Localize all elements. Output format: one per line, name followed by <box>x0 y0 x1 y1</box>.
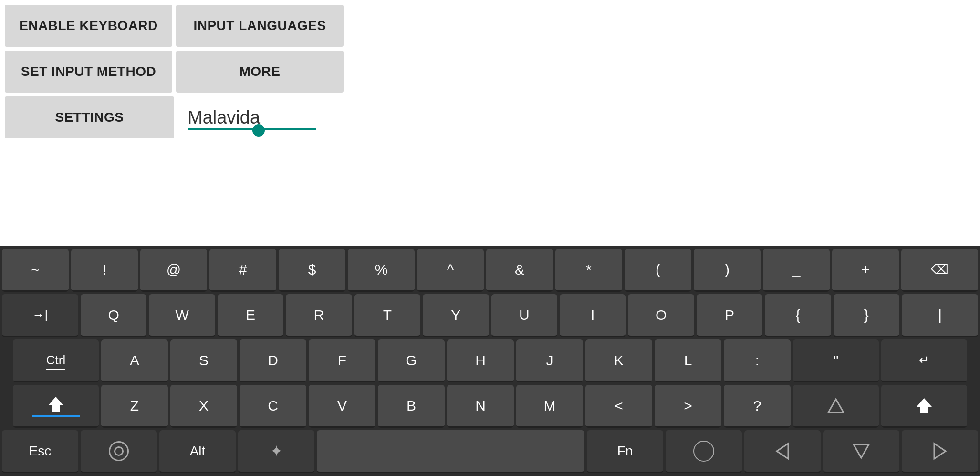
key-b[interactable]: B <box>378 385 445 428</box>
key-o[interactable]: O <box>628 294 694 337</box>
shift-right-icon <box>915 396 934 415</box>
svg-marker-0 <box>48 397 63 412</box>
key-shift-left[interactable] <box>13 385 99 428</box>
key-percent[interactable]: % <box>348 249 415 292</box>
key-diamond[interactable]: ✦ <box>238 430 314 473</box>
key-gt[interactable]: > <box>655 385 721 428</box>
shift-left-icon <box>46 395 65 414</box>
more-button[interactable]: MORE <box>176 51 344 93</box>
nav-left-icon <box>774 442 791 461</box>
key-tilde[interactable]: ~ <box>2 249 69 292</box>
ctrl-label: Ctrl <box>46 353 65 368</box>
key-k[interactable]: K <box>585 339 652 382</box>
diamond-icon: ✦ <box>270 442 283 460</box>
nav-down-icon <box>852 442 871 461</box>
key-asterisk[interactable]: * <box>555 249 622 292</box>
key-esc[interactable]: Esc <box>2 430 78 473</box>
svg-marker-3 <box>777 444 788 459</box>
nav-right-icon <box>931 442 949 461</box>
key-x[interactable]: X <box>170 385 237 428</box>
key-y[interactable]: Y <box>423 294 489 337</box>
key-lbrace[interactable]: { <box>765 294 831 337</box>
key-nav-down[interactable] <box>823 430 899 473</box>
key-e[interactable]: E <box>218 294 283 337</box>
key-m[interactable]: M <box>516 385 583 428</box>
key-exclaim[interactable]: ! <box>71 249 138 292</box>
home-icon <box>693 441 714 462</box>
text-input-value: Malavida <box>188 107 260 128</box>
key-nav-left[interactable] <box>744 430 821 473</box>
key-plus[interactable]: + <box>832 249 899 292</box>
key-lt[interactable]: < <box>585 385 652 428</box>
keyboard-row-zxcv: Z X C V B N M < > ? <box>2 385 978 428</box>
key-p[interactable]: P <box>697 294 762 337</box>
key-pipe[interactable]: | <box>902 294 978 337</box>
key-colon[interactable]: : <box>724 339 791 382</box>
key-z[interactable]: Z <box>101 385 168 428</box>
key-shift-right[interactable] <box>881 385 967 428</box>
text-cursor <box>252 124 265 137</box>
nav-up-icon <box>826 396 845 415</box>
input-languages-button[interactable]: INPUT LANGUAGES <box>176 5 344 47</box>
key-underscore[interactable]: _ <box>763 249 830 292</box>
key-home[interactable] <box>666 430 742 473</box>
svg-marker-5 <box>934 444 946 459</box>
key-ctrl[interactable]: Ctrl <box>13 339 99 382</box>
text-input-display: Malavida <box>178 96 344 138</box>
key-g[interactable]: G <box>378 339 445 382</box>
menu-grid: ENABLE KEYBOARD INPUT LANGUAGES SET INPU… <box>5 5 344 93</box>
key-rbrace[interactable]: } <box>834 294 899 337</box>
key-space[interactable] <box>317 430 584 473</box>
settings-icon <box>109 441 129 461</box>
set-input-method-button[interactable]: SET INPUT METHOD <box>5 51 172 93</box>
key-s[interactable]: S <box>170 339 237 382</box>
input-text: Malavida <box>188 107 260 127</box>
key-enter[interactable]: ↵ <box>881 339 967 382</box>
key-tab[interactable]: →| <box>2 294 78 337</box>
key-dollar[interactable]: $ <box>279 249 345 292</box>
key-quote[interactable]: " <box>793 339 879 382</box>
key-nav-up[interactable] <box>793 385 879 428</box>
key-r[interactable]: R <box>286 294 352 337</box>
key-u[interactable]: U <box>491 294 557 337</box>
keyboard: ~ ! @ # $ % ^ & * ( ) _ + ⌫ →| Q W E R T… <box>0 246 980 476</box>
svg-marker-2 <box>917 398 932 413</box>
keyboard-row-asdf: Ctrl A S D F G H J K L : " ↵ <box>2 339 978 382</box>
key-a[interactable]: A <box>101 339 168 382</box>
keyboard-row-bottom: Esc Alt ✦ Fn <box>2 430 978 473</box>
key-alt[interactable]: Alt <box>159 430 236 473</box>
key-ampersand[interactable]: & <box>486 249 553 292</box>
key-j[interactable]: J <box>516 339 583 382</box>
key-hash[interactable]: # <box>209 249 276 292</box>
svg-marker-1 <box>828 399 844 413</box>
key-c[interactable]: C <box>240 385 306 428</box>
key-l[interactable]: L <box>655 339 721 382</box>
key-h[interactable]: H <box>447 339 514 382</box>
key-settings[interactable] <box>81 430 157 473</box>
svg-marker-4 <box>854 444 869 458</box>
key-lparen[interactable]: ( <box>625 249 691 292</box>
key-q[interactable]: Q <box>81 294 146 337</box>
key-d[interactable]: D <box>240 339 306 382</box>
keyboard-row-qwerty: →| Q W E R T Y U I O P { } | <box>2 294 978 337</box>
key-rparen[interactable]: ) <box>694 249 761 292</box>
key-question[interactable]: ? <box>724 385 791 428</box>
keyboard-row-symbols: ~ ! @ # $ % ^ & * ( ) _ + ⌫ <box>2 249 978 292</box>
enable-keyboard-button[interactable]: ENABLE KEYBOARD <box>5 5 172 47</box>
key-fn[interactable]: Fn <box>587 430 663 473</box>
key-f[interactable]: F <box>309 339 375 382</box>
settings-button[interactable]: SETTINGS <box>5 96 174 138</box>
key-v[interactable]: V <box>309 385 375 428</box>
key-nav-right[interactable] <box>902 430 978 473</box>
key-w[interactable]: W <box>149 294 215 337</box>
key-t[interactable]: T <box>354 294 420 337</box>
top-menu-area: ENABLE KEYBOARD INPUT LANGUAGES SET INPU… <box>0 0 348 138</box>
shift-indicator <box>32 415 80 417</box>
key-at[interactable]: @ <box>140 249 207 292</box>
text-underline <box>188 128 316 130</box>
key-i[interactable]: I <box>560 294 626 337</box>
key-backspace[interactable]: ⌫ <box>901 249 978 292</box>
key-caret[interactable]: ^ <box>417 249 484 292</box>
key-n[interactable]: N <box>447 385 514 428</box>
